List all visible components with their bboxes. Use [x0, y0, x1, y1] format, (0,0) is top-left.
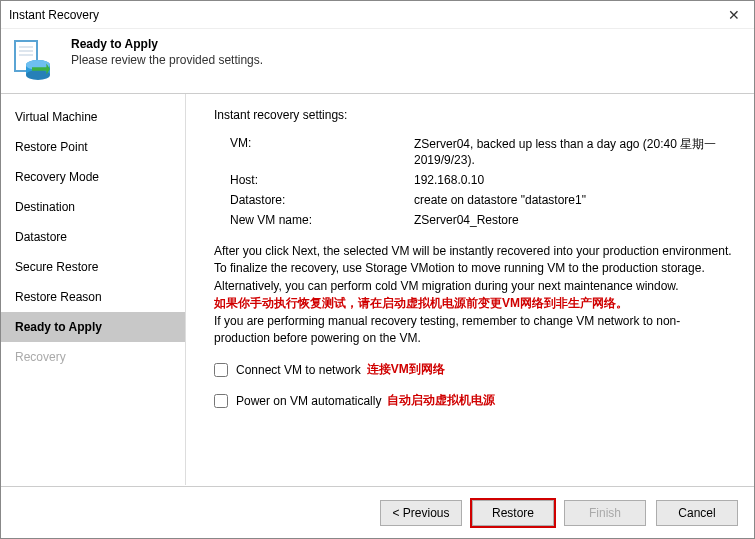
header-title: Ready to Apply [71, 37, 263, 51]
header-subtitle: Please review the provided settings. [71, 53, 263, 67]
checkbox-power-label: Power on VM automatically [236, 394, 381, 408]
para-line2: Alternatively, you can perform cold VM m… [214, 279, 679, 293]
sidebar-item-secure-restore[interactable]: Secure Restore [1, 252, 185, 282]
finish-button: Finish [564, 500, 646, 526]
sidebar-item-restore-reason[interactable]: Restore Reason [1, 282, 185, 312]
kv-value-datastore: create on datastore "datastore1" [414, 193, 736, 207]
wizard-header: Ready to Apply Please review the provide… [1, 29, 754, 94]
kv-label-vm: VM: [214, 136, 414, 167]
titlebar: Instant Recovery ✕ [1, 1, 754, 29]
checkbox-power-red: 自动启动虚拟机电源 [387, 392, 495, 409]
para-line3-red: 如果你手动执行恢复测试，请在启动虚拟机电源前变更VM网络到非生产网络。 [214, 296, 628, 310]
wizard-content: Instant recovery settings: VM: ZServer04… [186, 94, 754, 485]
section-title: Instant recovery settings: [214, 108, 736, 122]
sidebar-item-ready-to-apply[interactable]: Ready to Apply [1, 312, 185, 342]
kv-label-datastore: Datastore: [214, 193, 414, 207]
wizard-footer: < Previous Restore Finish Cancel [1, 486, 754, 538]
restore-button[interactable]: Restore [472, 500, 554, 526]
wizard-body: Virtual Machine Restore Point Recovery M… [1, 94, 754, 485]
checkbox-row-connect: Connect VM to network 连接VM到网络 [214, 361, 736, 378]
wizard-sidebar: Virtual Machine Restore Point Recovery M… [1, 94, 186, 485]
wizard-icon [11, 35, 59, 83]
cancel-button[interactable]: Cancel [656, 500, 738, 526]
window-title: Instant Recovery [9, 8, 99, 22]
kv-value-host: 192.168.0.10 [414, 173, 736, 187]
checkbox-connect-vm[interactable] [214, 363, 228, 377]
previous-button[interactable]: < Previous [380, 500, 462, 526]
sidebar-item-restore-point[interactable]: Restore Point [1, 132, 185, 162]
kv-value-newvm: ZServer04_Restore [414, 213, 736, 227]
close-icon[interactable]: ✕ [722, 7, 746, 23]
checkbox-connect-label: Connect VM to network [236, 363, 361, 377]
kv-row-host: Host: 192.168.0.10 [214, 173, 736, 187]
checkbox-row-power: Power on VM automatically 自动启动虚拟机电源 [214, 392, 736, 409]
kv-value-vm: ZServer04, backed up less than a day ago… [414, 136, 736, 167]
para-line4: If you are performing manual recovery te… [214, 314, 680, 345]
sidebar-item-datastore[interactable]: Datastore [1, 222, 185, 252]
kv-row-datastore: Datastore: create on datastore "datastor… [214, 193, 736, 207]
sidebar-item-recovery-mode[interactable]: Recovery Mode [1, 162, 185, 192]
para-line1: After you click Next, the selected VM wi… [214, 244, 732, 275]
kv-row-newvm: New VM name: ZServer04_Restore [214, 213, 736, 227]
kv-row-vm: VM: ZServer04, backed up less than a day… [214, 136, 736, 167]
sidebar-item-recovery: Recovery [1, 342, 185, 372]
sidebar-item-virtual-machine[interactable]: Virtual Machine [1, 102, 185, 132]
info-paragraph: After you click Next, the selected VM wi… [214, 243, 736, 347]
sidebar-item-destination[interactable]: Destination [1, 192, 185, 222]
checkbox-power-on[interactable] [214, 394, 228, 408]
checkbox-connect-red: 连接VM到网络 [367, 361, 445, 378]
kv-label-newvm: New VM name: [214, 213, 414, 227]
kv-label-host: Host: [214, 173, 414, 187]
